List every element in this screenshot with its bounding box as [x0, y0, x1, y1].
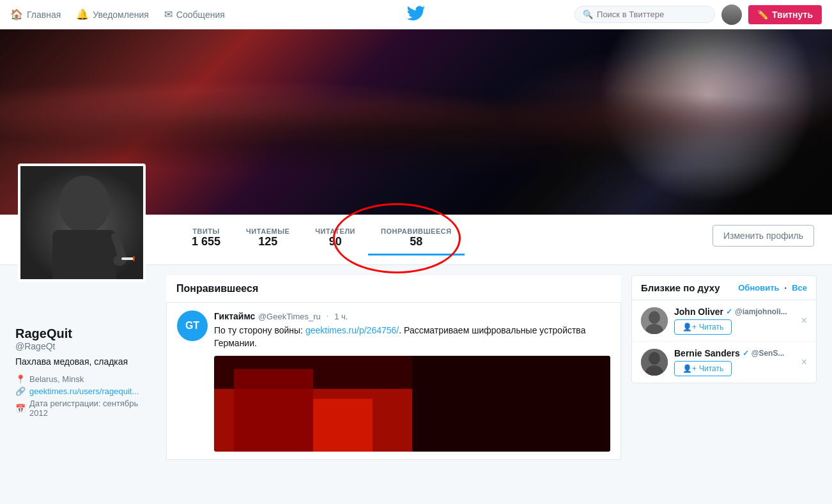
verified-badge-1: ✓ — [726, 307, 732, 316]
stat-likes-label: ПОНРАВИВШЕЕСЯ — [381, 227, 452, 235]
widget-title: Близкие по духу — [641, 282, 720, 293]
suggestion-avatar-2[interactable] — [641, 349, 668, 376]
stat-following-value: 125 — [246, 235, 289, 248]
nav-right: 🔍 ✏️ Твитнуть — [574, 4, 822, 25]
close-button-1[interactable]: × — [801, 315, 807, 326]
widget-header-links: Обновить · Все — [738, 283, 807, 293]
tweet-handle[interactable]: @GeekTimes_ru — [258, 312, 321, 321]
nav-home[interactable]: 🏠 Главная — [10, 8, 61, 20]
update-link[interactable]: Обновить — [738, 283, 779, 293]
left-sidebar: RageQuit @RageQt Пахлава медовая, сладка… — [15, 275, 156, 460]
nav-avatar[interactable] — [721, 4, 742, 25]
profile-handle: @RageQt — [15, 341, 156, 351]
svg-rect-10 — [313, 399, 373, 452]
nav-left: 🏠 Главная 🔔 Уведомления ✉ Сообщения — [10, 8, 225, 20]
profile-website: 🔗 geektimes.ru/users/ragequit... — [15, 386, 156, 396]
verified-badge-2: ✓ — [743, 349, 749, 358]
link-icon: 🔗 — [15, 386, 26, 396]
profile-joindate-text: Дата регистрации: сентябрь 2012 — [29, 399, 156, 418]
tweet-avatar[interactable]: GT — [177, 310, 208, 341]
tweet-body: Гиктаймс @GeekTimes_ru · 1 ч. По ту стор… — [214, 310, 610, 452]
suggestion-avatar-1[interactable] — [641, 307, 668, 334]
search-box: 🔍 — [574, 6, 715, 23]
home-icon: 🏠 — [10, 8, 23, 20]
tweet-pencil-icon: ✏️ — [757, 10, 768, 20]
profile-area: ТВИТЫ 1 655 ЧИТАЕМЫЕ 125 ЧИТАТЕЛИ 90 ПОН… — [0, 215, 832, 265]
edit-profile-label: Изменить профиль — [723, 231, 803, 241]
profile-stats: ТВИТЫ 1 655 ЧИТАЕМЫЕ 125 ЧИТАТЕЛИ 90 ПОН… — [19, 215, 832, 256]
main-content: RageQuit @RageQt Пахлава медовая, сладка… — [0, 265, 832, 470]
svg-point-13 — [649, 311, 660, 324]
search-input[interactable] — [597, 10, 707, 19]
suggestion-name-2: Bernie Sanders ✓ @SenS... — [674, 348, 792, 358]
suggestion-item-2: Bernie Sanders ✓ @SenS... 👤+ Читать × — [632, 342, 816, 383]
navbar: 🏠 Главная 🔔 Уведомления ✉ Сообщения 🔍 ✏️… — [0, 0, 832, 29]
location-icon: 📍 — [15, 374, 26, 384]
nav-messages-label: Сообщения — [176, 10, 225, 20]
follow-button-1[interactable]: 👤+ Читать — [674, 319, 732, 335]
stat-followers[interactable]: ЧИТАТЕЛИ 90 — [302, 222, 368, 256]
close-button-2[interactable]: × — [801, 356, 807, 368]
tweet-button[interactable]: ✏️ Твитнуть — [748, 5, 822, 24]
envelope-icon: ✉ — [164, 8, 173, 20]
stat-followers-label: ЧИТАТЕЛИ — [315, 227, 355, 235]
follow-button-2[interactable]: 👤+ Читать — [674, 361, 732, 376]
profile-website-link[interactable]: geektimes.ru/users/ragequit... — [29, 386, 139, 396]
edit-profile-button[interactable]: Изменить профиль — [713, 225, 814, 247]
tweet-dot: · — [326, 310, 328, 321]
nav-messages[interactable]: ✉ Сообщения — [164, 8, 225, 20]
right-sidebar: Близкие по духу Обновить · Все — [631, 275, 817, 460]
stat-following[interactable]: ЧИТАЕМЫЕ 125 — [233, 222, 302, 256]
calendar-icon: 📅 — [15, 404, 26, 413]
follow-label-1: Читать — [699, 323, 723, 332]
search-icon: 🔍 — [583, 10, 593, 19]
tweet-avatar-text: GT — [185, 320, 199, 332]
follow-icon-1: 👤+ — [682, 323, 697, 332]
tweet-time: 1 ч. — [334, 312, 348, 321]
tweet-btn-label: Твитнуть — [772, 10, 813, 20]
suggestion-name-text-1[interactable]: John Oliver — [674, 307, 723, 317]
stat-tweets-value: 1 655 — [192, 235, 220, 248]
suggestion-handle-2: @SenS... — [751, 349, 785, 358]
widget-header: Близкие по духу Обновить · Все — [632, 276, 816, 300]
stat-tweets-label: ТВИТЫ — [192, 227, 220, 235]
svg-rect-5 — [121, 257, 134, 260]
tweet-card: GT Гиктаймс @GeekTimes_ru · 1 ч. По ту с… — [166, 303, 621, 460]
tweet-link[interactable]: geektimes.ru/p/264756/ — [305, 325, 399, 335]
svg-rect-11 — [412, 356, 610, 452]
follow-icon-2: 👤+ — [682, 364, 697, 373]
svg-rect-6 — [133, 256, 135, 261]
profile-bio: Пахлава медовая, сладкая — [15, 356, 156, 367]
profile-location: 📍 Belarus, Minsk — [15, 374, 156, 384]
nav-notifications[interactable]: 🔔 Уведомления — [76, 8, 149, 20]
feed-header-label: Понравившееся — [176, 283, 258, 294]
profile-location-text: Belarus, Minsk — [29, 374, 84, 384]
nav-notifications-label: Уведомления — [93, 10, 149, 20]
suggestion-info-2: Bernie Sanders ✓ @SenS... 👤+ Читать — [674, 348, 792, 376]
profile-joindate: 📅 Дата регистрации: сентябрь 2012 — [15, 399, 156, 418]
stat-likes[interactable]: ПОНРАВИВШЕЕСЯ 58 — [368, 222, 465, 256]
nav-home-label: Главная — [27, 10, 61, 20]
twitter-logo — [406, 6, 426, 24]
suggestion-info-1: John Oliver ✓ @iamjohnoli... 👤+ Читать — [674, 307, 792, 335]
follow-label-2: Читать — [699, 364, 723, 373]
suggestion-name-1: John Oliver ✓ @iamjohnoli... — [674, 307, 792, 317]
suggestion-name-text-2[interactable]: Bernie Sanders — [674, 348, 740, 358]
stat-tweets[interactable]: ТВИТЫ 1 655 — [179, 222, 233, 256]
suggestion-handle-1: @iamjohnoli... — [735, 307, 787, 316]
profile-name: RageQuit — [15, 326, 156, 341]
svg-rect-9 — [234, 369, 313, 452]
stat-likes-value: 58 — [381, 235, 452, 248]
feed: Понравившееся GT Гиктаймс @GeekTimes_ru … — [166, 275, 621, 460]
tweet-author[interactable]: Гиктаймс — [214, 311, 255, 321]
all-link[interactable]: Все — [792, 283, 807, 293]
feed-header: Понравившееся — [166, 275, 621, 303]
suggestion-item-1: John Oliver ✓ @iamjohnoli... 👤+ Читать × — [632, 300, 816, 342]
header-dot: · — [785, 283, 787, 293]
tweet-text: По ту сторону войны: geektimes.ru/p/2647… — [214, 325, 610, 349]
stat-following-label: ЧИТАЕМЫЕ — [246, 227, 289, 235]
suggestions-widget: Близкие по духу Обновить · Все — [631, 275, 817, 383]
svg-point-4 — [113, 256, 126, 266]
stat-followers-value: 90 — [315, 235, 355, 248]
bell-icon: 🔔 — [76, 8, 89, 20]
